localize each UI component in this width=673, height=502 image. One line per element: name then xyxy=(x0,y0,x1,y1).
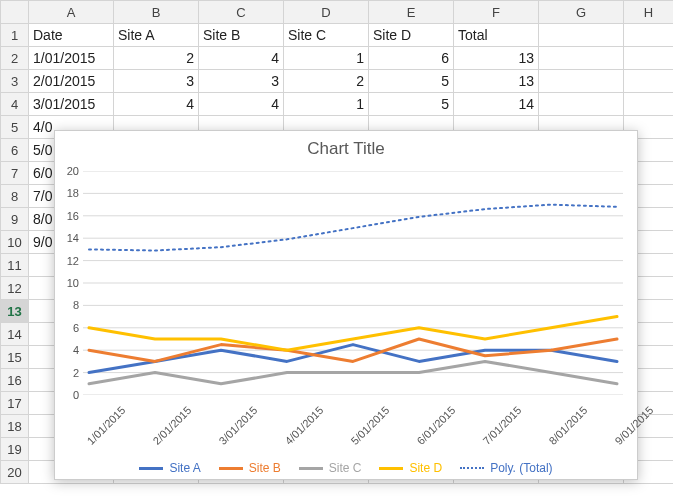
row-header[interactable]: 19 xyxy=(1,438,29,461)
y-tick-label: 16 xyxy=(67,210,79,222)
y-tick-label: 14 xyxy=(67,232,79,244)
row-header[interactable]: 15 xyxy=(1,346,29,369)
row-header[interactable]: 17 xyxy=(1,392,29,415)
cell[interactable]: 5 xyxy=(369,70,454,93)
column-header[interactable]: A xyxy=(29,1,114,24)
legend-label: Site B xyxy=(249,461,281,475)
column-header[interactable]: G xyxy=(539,1,624,24)
cell[interactable]: 14 xyxy=(454,93,539,116)
row-header[interactable]: 4 xyxy=(1,93,29,116)
cell[interactable]: 2 xyxy=(284,70,369,93)
row-header[interactable]: 13 xyxy=(1,300,29,323)
row-header[interactable]: 2 xyxy=(1,47,29,70)
row-header[interactable]: 5 xyxy=(1,116,29,139)
cell[interactable] xyxy=(624,47,674,70)
cell[interactable]: Site B xyxy=(199,24,284,47)
cell[interactable]: 2/01/2015 xyxy=(29,70,114,93)
cell[interactable] xyxy=(624,24,674,47)
x-tick-label: 2/01/2015 xyxy=(151,404,194,447)
cell[interactable] xyxy=(539,93,624,116)
row-header[interactable]: 3 xyxy=(1,70,29,93)
legend-swatch xyxy=(379,467,403,470)
legend-item-site-b[interactable]: Site B xyxy=(219,461,281,475)
row-header[interactable]: 11 xyxy=(1,254,29,277)
legend-label: Poly. (Total) xyxy=(490,461,552,475)
y-tick-label: 8 xyxy=(73,299,79,311)
row-header[interactable]: 20 xyxy=(1,461,29,484)
cell[interactable]: 3/01/2015 xyxy=(29,93,114,116)
cell[interactable]: 1 xyxy=(284,93,369,116)
legend-swatch xyxy=(299,467,323,470)
x-tick-label: 8/01/2015 xyxy=(547,404,590,447)
row-header[interactable]: 10 xyxy=(1,231,29,254)
cell[interactable]: 4 xyxy=(199,47,284,70)
cell[interactable]: 13 xyxy=(454,70,539,93)
cell[interactable]: 13 xyxy=(454,47,539,70)
legend-swatch xyxy=(460,467,484,469)
cell[interactable]: 6 xyxy=(369,47,454,70)
cell[interactable]: Date xyxy=(29,24,114,47)
cell[interactable] xyxy=(539,70,624,93)
column-header[interactable]: H xyxy=(624,1,674,24)
legend-item-site-c[interactable]: Site C xyxy=(299,461,362,475)
spreadsheet-area: ABCDEFGH1DateSite ASite BSite CSite DTot… xyxy=(0,0,673,502)
cell[interactable] xyxy=(539,47,624,70)
row-header[interactable]: 9 xyxy=(1,208,29,231)
y-tick-label: 18 xyxy=(67,187,79,199)
y-tick-label: 10 xyxy=(67,277,79,289)
chart-plot-area[interactable] xyxy=(83,171,623,395)
chart-x-axis: 1/01/20152/01/20153/01/20154/01/20155/01… xyxy=(83,397,623,447)
cell[interactable]: 2 xyxy=(114,47,199,70)
cell[interactable]: 5 xyxy=(369,93,454,116)
y-tick-label: 12 xyxy=(67,255,79,267)
x-tick-label: 6/01/2015 xyxy=(415,404,458,447)
chart-title[interactable]: Chart Title xyxy=(55,131,637,161)
chart-legend[interactable]: Site A Site B Site C Site D Poly. (Total… xyxy=(55,461,637,475)
cell[interactable]: Site A xyxy=(114,24,199,47)
select-all-corner[interactable] xyxy=(1,1,29,24)
column-header[interactable]: E xyxy=(369,1,454,24)
cell[interactable]: 4 xyxy=(199,93,284,116)
row-header[interactable]: 8 xyxy=(1,185,29,208)
cell[interactable]: 1/01/2015 xyxy=(29,47,114,70)
row-header[interactable]: 6 xyxy=(1,139,29,162)
cell[interactable]: 4 xyxy=(114,93,199,116)
column-header[interactable]: B xyxy=(114,1,199,24)
y-tick-label: 2 xyxy=(73,367,79,379)
chart-svg xyxy=(83,171,623,395)
y-tick-label: 0 xyxy=(73,389,79,401)
cell[interactable] xyxy=(539,24,624,47)
cell[interactable]: Site D xyxy=(369,24,454,47)
row-header[interactable]: 16 xyxy=(1,369,29,392)
y-tick-label: 4 xyxy=(73,344,79,356)
cell[interactable] xyxy=(624,93,674,116)
cell[interactable] xyxy=(624,70,674,93)
cell[interactable]: Site C xyxy=(284,24,369,47)
cell[interactable]: 3 xyxy=(114,70,199,93)
row-header[interactable]: 12 xyxy=(1,277,29,300)
legend-swatch xyxy=(139,467,163,470)
legend-item-poly-total[interactable]: Poly. (Total) xyxy=(460,461,552,475)
legend-label: Site C xyxy=(329,461,362,475)
legend-item-site-a[interactable]: Site A xyxy=(139,461,200,475)
chart-object[interactable]: Chart Title 02468101214161820 1/01/20152… xyxy=(54,130,638,480)
row-header[interactable]: 1 xyxy=(1,24,29,47)
legend-label: Site D xyxy=(409,461,442,475)
x-tick-label: 1/01/2015 xyxy=(85,404,128,447)
x-tick-label: 3/01/2015 xyxy=(217,404,260,447)
row-header[interactable]: 14 xyxy=(1,323,29,346)
cell[interactable]: 1 xyxy=(284,47,369,70)
cell[interactable]: 3 xyxy=(199,70,284,93)
row-header[interactable]: 7 xyxy=(1,162,29,185)
column-header[interactable]: F xyxy=(454,1,539,24)
legend-item-site-d[interactable]: Site D xyxy=(379,461,442,475)
row-header[interactable]: 18 xyxy=(1,415,29,438)
x-tick-label: 7/01/2015 xyxy=(481,404,524,447)
column-header[interactable]: D xyxy=(284,1,369,24)
column-header[interactable]: C xyxy=(199,1,284,24)
y-tick-label: 6 xyxy=(73,322,79,334)
cell[interactable]: Total xyxy=(454,24,539,47)
y-tick-label: 20 xyxy=(67,165,79,177)
legend-label: Site A xyxy=(169,461,200,475)
legend-swatch xyxy=(219,467,243,470)
